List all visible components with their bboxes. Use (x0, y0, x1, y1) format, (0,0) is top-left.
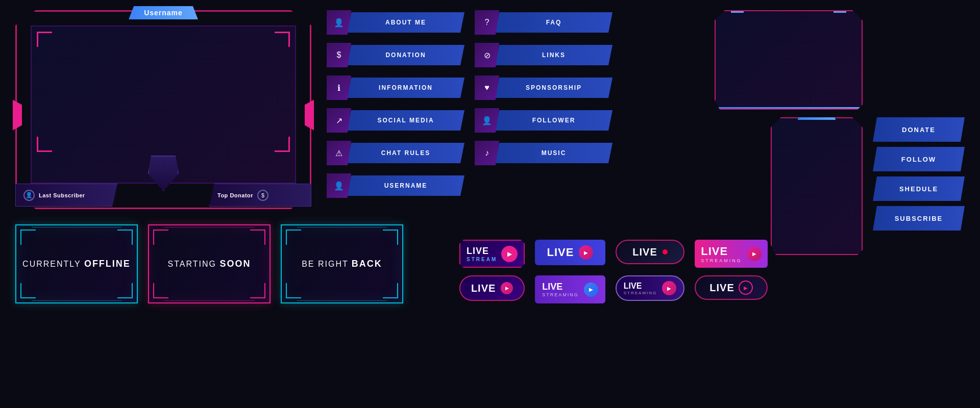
corner-tr (117, 230, 133, 245)
line-top (164, 227, 254, 227)
donation-label: DONATION (347, 45, 464, 65)
badge5-play: ▶ (501, 282, 513, 294)
badge7-play: ▶ (662, 281, 676, 295)
corner-tl (286, 230, 301, 245)
faq-label: FAQ (495, 12, 612, 33)
corner-tl (20, 230, 36, 245)
schedule-button[interactable]: SHEDULE (873, 176, 965, 201)
menu-btn-faq[interactable]: ? FAQ (475, 10, 612, 35)
badge4-play: ▶ (747, 247, 762, 261)
username-icon: 👤 (327, 173, 351, 198)
menu-btn-music[interactable]: ♪ MUSIC (475, 141, 612, 165)
badge6-play: ▶ (584, 283, 598, 297)
badge4-text: LIVE STREAMING (701, 245, 742, 263)
frame-corner-tr (275, 32, 290, 47)
follow-button[interactable]: FOLLOW (873, 147, 965, 171)
follower-icon: 👤 (475, 108, 499, 133)
top-donator-bar: Top Donator $ (209, 184, 311, 207)
chat-panel-label: CHAT (797, 111, 836, 120)
menu-btn-about-me[interactable]: 👤 ABOUT ME (327, 10, 464, 35)
status-be-right-back: BE RIGHT BACK (281, 224, 403, 303)
vpc-corner-tr (834, 11, 846, 13)
follower-label: FOLLOWER (495, 110, 612, 131)
corner-br (250, 283, 265, 298)
music-icon: ♪ (475, 141, 499, 165)
badge7-streaming: STREAMING (624, 291, 657, 295)
menu-btn-information[interactable]: ℹ INFORMATION (327, 75, 464, 100)
menu-btn-sponsorship[interactable]: ♥ SPONSORSHIP (475, 75, 612, 100)
donator-icon: $ (257, 190, 268, 201)
menu-btn-username[interactable]: 👤 USERNAME (327, 173, 464, 198)
menu-btn-chat-rules[interactable]: ⚠ CHAT RULES (327, 141, 464, 165)
faq-icon: ? (475, 10, 499, 35)
frame-handle-right (305, 100, 314, 131)
links-icon: ⊘ (475, 43, 499, 67)
live-badge-5[interactable]: LIVE ▶ (459, 275, 525, 301)
corner-br (383, 283, 398, 298)
status-offline: CURRENTLY OFFLINE (15, 224, 138, 303)
status-starting-soon: STARTING SOON (148, 224, 271, 303)
corner-bl (153, 283, 168, 298)
corner-br (117, 283, 133, 298)
action-buttons: DONATE FOLLOW SHEDULE SUBSCRIBE (873, 117, 965, 231)
live-badge-4[interactable]: LIVE STREAMING ▶ (695, 240, 768, 268)
live-badge-6[interactable]: LIVE STREAMING ▶ (535, 275, 605, 303)
frame-handle-left (13, 100, 22, 131)
badge1-live: LIVE (467, 246, 497, 257)
shield-decoration (148, 156, 179, 191)
chat-rules-label: CHAT RULES (347, 143, 464, 163)
corner-tl (153, 230, 168, 245)
badge3-live: LIVE (632, 246, 657, 258)
badge1-text: LIVE STREAM (467, 246, 497, 262)
live-badge-7[interactable]: LIVE STREAMING ▶ (616, 275, 685, 301)
line-top (32, 227, 121, 227)
links-label: LINKS (495, 45, 612, 65)
live-badge-8[interactable]: LIVE ▶ (695, 275, 768, 300)
menu-btn-links[interactable]: ⊘ LINKS (475, 43, 612, 67)
donation-icon: $ (327, 43, 351, 67)
last-subscriber-bar: 👤 Last Subscriber (15, 184, 117, 207)
status-screens: CURRENTLY OFFLINE STARTING SOON BE RIGHT… (15, 224, 403, 303)
video-panel (715, 10, 863, 110)
corner-tr (250, 230, 265, 245)
corner-bl (20, 283, 36, 298)
badge1-play: ▶ (501, 246, 518, 262)
stream-frame: Username 👤 Last Subscriber Top Donator $ (15, 10, 311, 209)
badge2-live: LIVE (547, 246, 574, 259)
menu-btn-follower[interactable]: 👤 FOLLOWER (475, 108, 612, 133)
social-media-label: SOCIAL MEDIA (347, 110, 464, 131)
badge8-live: LIVE (709, 282, 734, 294)
line-bot (297, 300, 387, 301)
offline-text: CURRENTLY OFFLINE (22, 258, 131, 270)
about-me-label: ABOUT ME (347, 12, 464, 33)
sponsorship-icon: ♥ (475, 75, 499, 100)
menu-btn-social-media[interactable]: ↗ SOCIAL MEDIA (327, 108, 464, 133)
badge8-play: ▶ (739, 280, 753, 295)
stream-bottom-bar: 👤 Last Subscriber Top Donator $ (15, 173, 311, 209)
sponsorship-label: SPONSORSHIP (495, 78, 612, 98)
subscribe-button[interactable]: SUBSCRIBE (873, 206, 965, 231)
line-bot (164, 300, 254, 301)
donate-button[interactable]: DONATE (873, 117, 965, 142)
vpc-corner-tl (731, 11, 744, 13)
frame-corner-br (275, 137, 290, 152)
frame-corner-tl (37, 32, 52, 47)
live-badge-2[interactable]: LIVE ▶ (535, 240, 605, 265)
live-badge-1[interactable]: LIVE STREAM ▶ (459, 240, 525, 268)
badge7-live: LIVE (624, 282, 657, 291)
line-top (297, 227, 387, 227)
line-bot (32, 300, 121, 301)
badge4-streaming: STREAMING (701, 258, 742, 263)
badge4-live: LIVE (701, 245, 742, 258)
social-media-icon: ↗ (327, 108, 351, 133)
badge6-live: LIVE (542, 282, 579, 292)
be-right-back-text: BE RIGHT BACK (302, 258, 382, 270)
menu-btn-donation[interactable]: $ DONATION (327, 43, 464, 67)
menu-buttons-grid: 👤 ABOUT ME ? FAQ $ DONATION ⊘ LINKS ℹ IN… (327, 10, 612, 198)
badge3-dot (663, 249, 668, 254)
live-badge-3[interactable]: LIVE (616, 240, 685, 264)
info-icon: ℹ (327, 75, 351, 100)
starting-soon-text: STARTING SOON (168, 258, 251, 270)
last-subscriber-label: Last Subscriber (39, 192, 85, 198)
information-label: INFORMATION (347, 78, 464, 98)
